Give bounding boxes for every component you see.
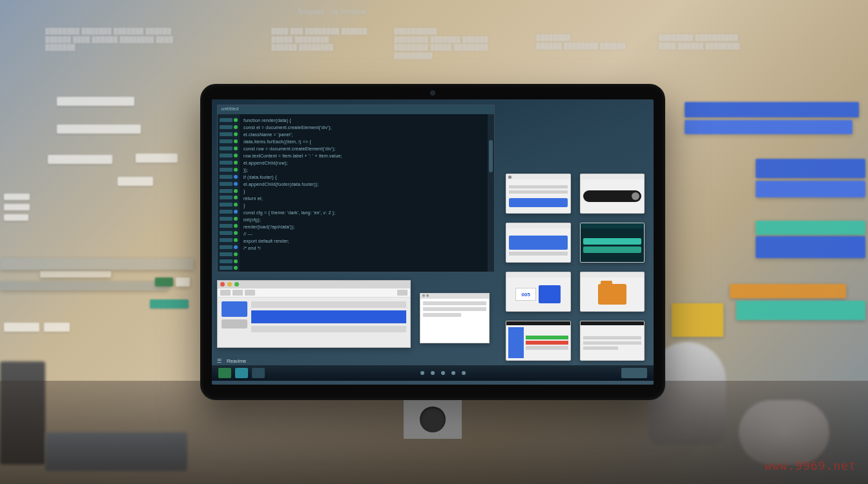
code-line: if (data.footer) { [243,174,484,181]
taskbar-dot-icon[interactable] [462,371,466,375]
app-window[interactable] [217,280,411,348]
taskbar-dot-icon[interactable] [451,371,455,375]
bg-panel [756,236,865,258]
code-editor-titlebar[interactable]: untitled [218,105,494,114]
bg-panel [40,271,111,277]
bg-chip [150,299,189,308]
bg-chip [4,204,30,210]
bg-panel [0,281,168,290]
code-line: const cfg = { theme: 'dark', lang: 'en',… [243,209,484,216]
monitor-stand-hole [420,407,446,432]
list-icon: ☰ [217,358,222,364]
taskbar-dot-icon[interactable] [441,371,445,375]
taskbar-dot-icon[interactable] [420,371,424,375]
close-icon[interactable] [220,282,225,287]
code-line: /* end */ [243,245,484,252]
bg-panel [756,159,865,178]
thumb-search-preview[interactable] [580,174,645,214]
sidebar-block[interactable] [222,301,247,317]
content-row [251,301,406,308]
bg-chip [48,155,112,164]
desktop-screen: untitled [212,99,654,385]
bg-panel [756,221,865,235]
thumbnail-grid: 005 [506,174,645,361]
app-window-toolbar [218,288,410,297]
mini-browser-window[interactable] [420,293,490,343]
window-dot-icon [426,294,429,297]
bg-chip [44,323,70,332]
bg-panel [685,120,852,134]
content-row [251,326,406,332]
bg-text: ██████████████████ ███████ █████████████… [394,27,523,59]
thumb-folder-preview[interactable] [580,272,645,312]
thumb-doc-preview[interactable] [580,321,645,361]
bg-chip [4,194,30,200]
code-line: el.appendChild(footer(data.footer)); [243,181,484,188]
bg-panel [736,301,865,320]
toolbar-button[interactable] [397,290,408,296]
bg-chip [118,177,153,186]
bg-chip [136,154,178,163]
minimize-icon[interactable] [227,282,232,287]
thumb-panel-preview[interactable] [580,223,645,263]
code-line: el.appendChild(row); [243,159,484,166]
bg-panel [672,303,723,337]
content-row [251,310,406,323]
code-line: render(load('/api/data')); [243,223,484,230]
thumb-card-preview[interactable] [506,223,571,263]
watermark-text: www.9969.net [765,459,856,472]
app-window-body [218,297,410,347]
code-line: } [243,188,484,195]
window-dot-icon [422,294,425,297]
code-content[interactable]: function render(data) { const el = docum… [240,114,488,272]
taskbar-item[interactable] [235,368,248,378]
toolbar-button[interactable] [220,290,231,296]
bg-panel [730,284,846,298]
code-line: return el; [243,195,484,202]
taskbar[interactable] [212,365,654,381]
bg-text: ████████ ███████ ███████ ████████████ ██… [45,27,213,52]
toolbar-button[interactable] [245,290,255,296]
toolbar-button[interactable] [232,290,243,296]
taskbar-dot-icon[interactable] [431,371,435,375]
bg-text: ██████████████ ████████ ██████ [536,34,652,50]
code-line: el.className = 'panel'; [243,131,484,138]
code-line: init(cfg); [243,216,484,223]
code-line: const el = document.createElement('div')… [243,124,484,131]
code-line: } [243,202,484,209]
bg-panel [756,181,865,197]
maximize-icon[interactable] [234,282,239,287]
monitor: untitled [200,84,665,400]
code-line: row.textContent = item.label + ': ' + it… [243,152,484,159]
bg-chip [57,97,134,106]
code-line: const row = document.createElement('div'… [243,145,484,152]
code-line: export default render; [243,237,484,245]
app-window-titlebar[interactable] [218,281,410,288]
code-line: function render(data) { [243,117,484,124]
bg-panel [0,258,194,270]
bg-chip [57,125,141,134]
code-line: data.items.forEach((item, i) => { [243,138,484,145]
bg-chip [4,323,39,332]
code-editor-window[interactable]: untitled [217,105,495,272]
code-line: }); [243,166,484,174]
bg-chip [155,277,173,287]
bg-top-label: Template · DeTemplate [297,8,367,17]
code-line: // --- [243,230,484,237]
taskbar-item[interactable] [252,368,265,378]
bg-chip [176,277,190,287]
monitor-camera [430,90,435,96]
thumb-layout-preview[interactable] [506,321,571,361]
thumb-badge-preview[interactable]: 005 [506,272,571,312]
bg-text: ████ ███ ████████ ███████████ ██████████… [271,27,381,52]
code-gutter [218,114,240,272]
taskbar-tray[interactable] [621,368,647,378]
thumb-form-preview[interactable] [506,174,571,214]
taskbar-item[interactable] [218,368,231,378]
bg-text: ████████ ██████████████ ██████ ████████ [659,34,788,50]
bg-chip [4,214,28,221]
code-scrollbar[interactable] [488,114,494,272]
bg-panel [685,102,859,117]
badge-text: 005 [515,288,536,301]
sidebar-block[interactable] [222,319,247,328]
